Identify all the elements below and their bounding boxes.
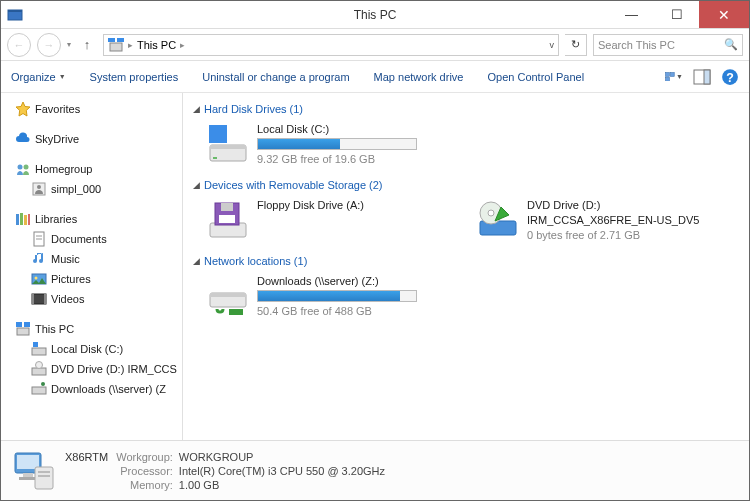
removable-section-header[interactable]: ◢Devices with Removable Storage (2) [193,179,739,191]
forward-button[interactable]: → [37,33,61,57]
svg-rect-26 [32,294,34,304]
map-network-drive-button[interactable]: Map network drive [374,71,464,83]
preview-pane-button[interactable] [693,69,711,85]
svg-rect-40 [213,157,217,159]
svg-rect-31 [32,348,46,355]
search-icon: 🔍 [724,38,738,51]
library-music[interactable]: Music [1,249,182,269]
workgroup-value: WORKGROUP [179,451,385,463]
organize-menu[interactable]: Organize▼ [11,71,66,83]
library-videos[interactable]: Videos [1,289,182,309]
libraries-icon [15,211,31,227]
computer-large-icon [11,449,55,493]
address-field[interactable]: ▸ This PC ▸ v [103,34,559,56]
svg-rect-39 [209,125,227,143]
sidebar-network-drive[interactable]: Downloads (\\server) (Z [1,379,182,399]
drive-floppy[interactable]: Floppy Disk Drive (A:) [207,199,437,241]
network-section-header[interactable]: ◢Network locations (1) [193,255,739,267]
hdd-section-header[interactable]: ◢Hard Disk Drives (1) [193,103,739,115]
svg-rect-1 [8,10,22,12]
this-pc-group[interactable]: This PC [1,319,182,339]
svg-rect-32 [33,342,38,347]
breadcrumb-sep-icon: ▸ [180,40,185,50]
svg-rect-54 [19,477,37,480]
svg-rect-19 [28,214,30,225]
search-input[interactable]: Search This PC 🔍 [593,34,743,56]
svg-point-47 [488,210,494,216]
dropdown-icon: ▼ [59,73,66,80]
library-documents[interactable]: Documents [1,229,182,249]
close-button[interactable]: ✕ [699,1,749,28]
svg-rect-28 [17,328,29,335]
skydrive-group[interactable]: SkyDrive [1,129,182,149]
collapse-icon: ◢ [193,256,200,266]
address-dropdown-icon[interactable]: v [550,40,555,50]
svg-rect-2 [110,43,122,51]
svg-rect-6 [671,72,675,76]
sidebar-dvd-drive[interactable]: DVD Drive (D:) IRM_CCS [1,359,182,379]
drive-network-downloads[interactable]: Downloads (\\server) (Z:) 50.4 GB free o… [207,275,437,317]
location-icon [108,37,124,53]
svg-rect-4 [117,38,124,42]
navigation-pane: Favorites SkyDrive Homegroup simpl_000 [1,93,183,440]
capacity-meter [257,290,417,302]
drive-free-space: 0 bytes free of 2.71 GB [527,229,707,241]
back-button[interactable]: ← [7,33,31,57]
system-properties-button[interactable]: System properties [90,71,179,83]
hard-drive-icon [207,123,249,165]
change-view-button[interactable]: ▼ [665,69,683,85]
svg-point-13 [24,165,29,170]
svg-rect-17 [20,213,23,225]
network-drive-icon [207,275,249,317]
breadcrumb-location[interactable]: This PC [137,39,176,51]
refresh-button[interactable]: ↻ [565,34,587,56]
workgroup-label: Workgroup: [116,451,173,463]
svg-rect-3 [108,38,115,42]
history-dropdown-icon[interactable]: ▾ [67,40,71,49]
library-pictures[interactable]: Pictures [1,269,182,289]
svg-rect-38 [210,145,246,149]
svg-rect-55 [35,467,53,489]
dvd-drive-icon [477,199,519,241]
network-drive-icon [31,381,47,397]
up-button[interactable]: ↑ [77,37,97,52]
pictures-icon [31,271,47,287]
user-icon [31,181,47,197]
svg-rect-18 [24,215,27,225]
homegroup-group[interactable]: Homegroup [1,159,182,179]
svg-rect-49 [210,293,246,297]
libraries-group[interactable]: Libraries [1,209,182,229]
favorites-group[interactable]: Favorites [1,99,182,119]
minimize-button[interactable]: — [609,1,654,28]
sidebar-local-disk[interactable]: Local Disk (C:) [1,339,182,359]
processor-label: Processor: [116,465,173,477]
videos-icon [31,291,47,307]
svg-rect-45 [480,221,516,235]
svg-rect-43 [221,203,233,211]
drive-dvd[interactable]: DVD Drive (D:) IRM_CCSA_X86FRE_EN-US_DV5… [477,199,707,241]
computer-name: X86RTM [65,451,110,463]
open-control-panel-button[interactable]: Open Control Panel [487,71,584,83]
star-icon [15,101,31,117]
floppy-drive-icon [207,199,249,241]
drive-name: DVD Drive (D:) [527,199,707,211]
homegroup-user[interactable]: simpl_000 [1,179,182,199]
svg-rect-56 [38,471,50,473]
help-button[interactable]: ? [721,69,739,85]
drive-icon [31,341,47,357]
svg-point-24 [35,277,38,280]
uninstall-program-button[interactable]: Uninstall or change a program [202,71,349,83]
svg-rect-9 [704,70,710,84]
capacity-meter [257,138,417,150]
drive-free-space: 50.4 GB free of 488 GB [257,305,437,317]
cloud-icon [15,131,31,147]
drive-local-disk[interactable]: Local Disk (C:) 9.32 GB free of 19.6 GB [207,123,437,165]
computer-icon [15,321,31,337]
svg-point-12 [18,165,23,170]
maximize-button[interactable]: ☐ [654,1,699,28]
memory-label: Memory: [116,479,173,491]
drive-name: Downloads (\\server) (Z:) [257,275,437,287]
music-icon [31,251,47,267]
breadcrumb-sep-icon: ▸ [128,40,133,50]
svg-text:?: ? [726,70,734,84]
